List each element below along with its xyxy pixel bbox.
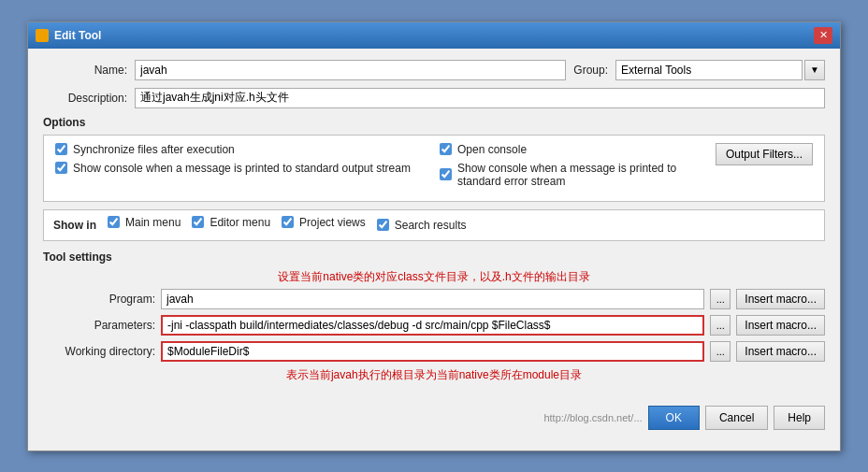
project-views-checkbox[interactable]: [282, 216, 294, 228]
show-console-label: Show console when a message is printed t…: [73, 162, 411, 175]
dialog-title: Edit Tool: [54, 29, 101, 42]
ok-button[interactable]: OK: [648, 406, 700, 430]
show-console-error-checkbox[interactable]: [440, 168, 452, 180]
open-console-label: Open console: [457, 143, 527, 156]
name-row: Name: Group: ▼: [43, 60, 825, 80]
group-dropdown-button[interactable]: ▼: [804, 60, 825, 80]
sync-files-row: Synchronize files after execution: [55, 143, 428, 156]
search-results-checkbox[interactable]: [377, 219, 389, 231]
open-console-row: Open console: [440, 143, 716, 156]
dialog-icon: [36, 29, 49, 42]
show-in-project-views: Project views: [282, 216, 366, 229]
options-col-right: Open console Show console when a message…: [440, 143, 813, 188]
group-label: Group:: [573, 64, 608, 77]
program-row: Program: ... Insert macro...: [43, 289, 825, 309]
description-label: Description:: [43, 92, 127, 105]
main-menu-label: Main menu: [125, 216, 181, 229]
tool-settings-note-bottom: 表示当前javah执行的根目录为当前native类所在module目录: [43, 367, 825, 383]
open-console-checkbox[interactable]: [440, 143, 452, 155]
sync-files-checkbox[interactable]: [55, 143, 67, 155]
show-console-checkbox[interactable]: [55, 162, 67, 174]
dialog-content: Name: Group: ▼ Description: Options Sync…: [28, 49, 840, 400]
options-box: Synchronize files after execution Show c…: [43, 135, 825, 202]
bottom-bar: http://blog.csdn.net/... OK Cancel Help: [28, 400, 840, 439]
tool-settings-section: Tool settings 设置当前native类的对应class文件目录，以及…: [43, 250, 825, 362]
group-input[interactable]: [615, 60, 803, 80]
close-button[interactable]: ✕: [814, 27, 832, 44]
parameters-input[interactable]: [161, 315, 704, 336]
options-section-label: Options: [43, 116, 825, 129]
search-results-label: Search results: [395, 219, 467, 232]
working-dir-ellipsis-button[interactable]: ...: [710, 341, 731, 362]
title-bar: Edit Tool ✕: [28, 22, 840, 49]
description-row: Description:: [43, 88, 825, 108]
show-console-error-label: Show console when a message is printed t…: [457, 162, 716, 188]
name-label: Name:: [43, 64, 127, 77]
name-input[interactable]: [135, 60, 566, 80]
program-input[interactable]: [161, 289, 704, 309]
group-select-wrapper: ▼: [615, 60, 825, 80]
main-menu-checkbox[interactable]: [108, 216, 120, 228]
help-button[interactable]: Help: [774, 406, 825, 430]
program-insert-macro-button[interactable]: Insert macro...: [736, 289, 825, 309]
parameters-ellipsis-button[interactable]: ...: [710, 315, 731, 336]
working-dir-label: Working directory:: [43, 345, 155, 358]
parameters-insert-macro-button[interactable]: Insert macro...: [736, 315, 825, 336]
program-ellipsis-button[interactable]: ...: [710, 289, 731, 309]
program-label: Program:: [43, 293, 155, 306]
description-input[interactable]: [135, 88, 825, 108]
project-views-label: Project views: [299, 216, 366, 229]
parameters-label: Parameters:: [43, 319, 155, 332]
working-dir-row: Working directory: ... Insert macro...: [43, 341, 825, 362]
edit-tool-dialog: Edit Tool ✕ Name: Group: ▼ Description: …: [27, 21, 841, 451]
watermark: http://blog.csdn.net/...: [43, 412, 643, 423]
working-dir-insert-macro-button[interactable]: Insert macro...: [736, 341, 825, 362]
show-in-search-results: Search results: [377, 219, 467, 232]
sync-files-label: Synchronize files after execution: [73, 143, 235, 156]
cancel-button[interactable]: Cancel: [705, 406, 768, 430]
working-dir-input[interactable]: [161, 341, 704, 362]
output-filters-button[interactable]: Output Filters...: [716, 143, 813, 165]
editor-menu-label: Editor menu: [210, 216, 270, 229]
show-in-label: Show in: [53, 219, 96, 232]
editor-menu-checkbox[interactable]: [192, 216, 204, 228]
show-in-main-menu: Main menu: [108, 216, 181, 229]
tool-settings-note-top: 设置当前native类的对应class文件目录，以及.h文件的输出目录: [43, 269, 825, 285]
options-col-left: Synchronize files after execution Show c…: [55, 143, 428, 188]
show-console-error-row: Show console when a message is printed t…: [440, 162, 716, 188]
parameters-row: Parameters: ... Insert macro...: [43, 315, 825, 336]
show-console-row: Show console when a message is printed t…: [55, 162, 428, 175]
title-bar-left: Edit Tool: [36, 29, 101, 42]
show-in-area: Show in Main menu Editor menu Project vi…: [43, 209, 825, 241]
show-in-editor-menu: Editor menu: [192, 216, 270, 229]
tool-settings-label: Tool settings: [43, 250, 825, 264]
open-console-wrapper: Open console Show console when a message…: [440, 143, 716, 188]
